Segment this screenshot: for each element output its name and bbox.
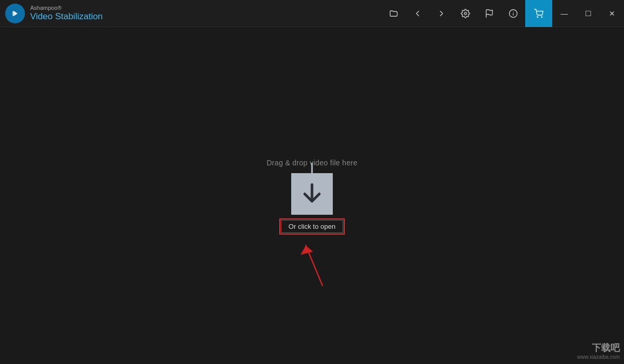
close-button[interactable]: ✕ bbox=[600, 0, 624, 27]
watermark-site: 下载吧 bbox=[577, 342, 620, 354]
back-button[interactable] bbox=[406, 0, 430, 27]
cart-button[interactable] bbox=[525, 0, 552, 27]
app-brand-name: Ashampoo® bbox=[30, 5, 103, 11]
info-button[interactable] bbox=[501, 0, 525, 27]
watermark: 下载吧 www.xiazaiba.com bbox=[577, 342, 620, 360]
svg-rect-2 bbox=[12, 11, 14, 16]
drop-zone-container[interactable]: Drag & drop video file here Or click to … bbox=[267, 159, 358, 233]
settings-button[interactable] bbox=[453, 0, 477, 27]
toolbar-icons bbox=[382, 0, 552, 27]
svg-point-8 bbox=[537, 17, 538, 18]
open-file-button[interactable] bbox=[382, 0, 406, 27]
forward-button[interactable] bbox=[430, 0, 453, 27]
annotation-arrow bbox=[291, 236, 333, 290]
app-title-block: Ashampoo® Video Stabilization bbox=[30, 5, 103, 22]
open-file-button-main[interactable]: Or click to open bbox=[281, 220, 343, 233]
minimize-button[interactable]: — bbox=[552, 0, 576, 27]
svg-point-3 bbox=[464, 12, 467, 15]
app-logo bbox=[5, 4, 25, 23]
main-content: Drag & drop video file here Or click to … bbox=[0, 27, 624, 364]
download-arrow-icon bbox=[301, 183, 323, 205]
titlebar-right: — ☐ ✕ bbox=[382, 0, 624, 27]
watermark-url: www.xiazaiba.com bbox=[577, 354, 620, 360]
drop-icon-box[interactable] bbox=[291, 173, 333, 215]
maximize-button[interactable]: ☐ bbox=[576, 0, 600, 27]
flag-button[interactable] bbox=[477, 0, 501, 27]
svg-point-9 bbox=[541, 17, 542, 18]
app-product-name: Video Stabilization bbox=[30, 11, 103, 22]
svg-line-11 bbox=[306, 245, 322, 285]
svg-marker-12 bbox=[301, 245, 313, 255]
titlebar: Ashampoo® Video Stabilization bbox=[0, 0, 624, 27]
titlebar-left: Ashampoo® Video Stabilization bbox=[0, 4, 103, 23]
